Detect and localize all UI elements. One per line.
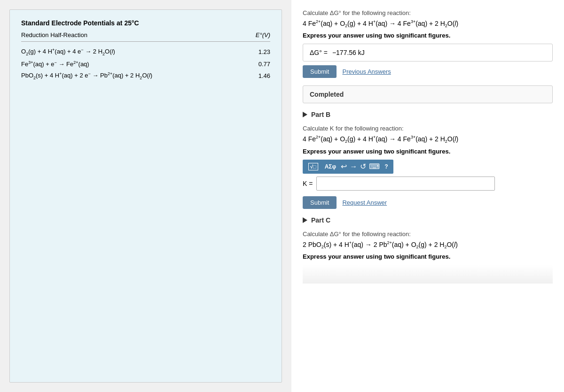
table-row: PbO2(s) + 4 H+(aq) + 2 e− → Pb2+(aq) + 2… xyxy=(21,69,270,82)
part-b-button-row: Submit Request Answer xyxy=(303,196,553,209)
col-e-header: E°(V) xyxy=(256,31,270,38)
part-c-header: Calculate ΔG° for the following reaction… xyxy=(303,231,553,238)
col-reaction-header: Reduction Half-Reaction xyxy=(21,31,87,38)
value-3: 1.46 xyxy=(247,72,270,79)
table-row: O2(g) + 4 H+(aq) + 4 e− → 2 H2O(l) 1.23 xyxy=(21,46,270,58)
k-label: K = xyxy=(303,180,313,187)
collapse-icon[interactable] xyxy=(303,112,307,117)
part-a-reaction: 4 Fe2+(aq) + O2(g) + 4 H+(aq) → 4 Fe3+(a… xyxy=(303,19,553,28)
completed-badge: Completed xyxy=(303,85,553,103)
part-c-label: Part C xyxy=(311,216,330,224)
math-symbols-button[interactable]: ΑΣφ xyxy=(323,162,338,171)
request-answer-button[interactable]: Request Answer xyxy=(342,199,387,206)
delta-g-label: ΔG° = xyxy=(310,49,328,56)
part-c-collapse-icon[interactable] xyxy=(303,217,307,223)
part-b-section: Part B xyxy=(303,111,553,118)
table-title: Standard Electrode Potentials at 25°C xyxy=(21,19,270,27)
part-a-submit-button[interactable]: Submit xyxy=(303,65,337,78)
part-b-label: Part B xyxy=(311,111,330,118)
part-a-instruction: Express your answer using two significan… xyxy=(303,32,553,39)
k-input-row: K = xyxy=(303,177,553,191)
value-2: 0.77 xyxy=(247,61,270,68)
part-a-header: Calculate ΔG° for the following reaction… xyxy=(303,9,553,16)
part-c-instruction: Express your answer using two significan… xyxy=(303,253,553,260)
electrode-potentials-table: Standard Electrode Potentials at 25°C Re… xyxy=(9,9,282,383)
value-1: 1.23 xyxy=(247,48,270,55)
reaction-3: PbO2(s) + 4 H+(aq) + 2 e− → Pb2+(aq) + 2… xyxy=(21,71,247,80)
keyboard-icon[interactable]: ⌨ xyxy=(369,162,380,171)
fraction-button[interactable]: √□ xyxy=(306,162,320,171)
reaction-2: Fe3+(aq) + e− → Fe2+(aq) xyxy=(21,60,247,68)
part-b-header: Calculate K for the following reaction: xyxy=(303,125,553,132)
part-a-button-row: Submit Previous Answers xyxy=(303,65,553,78)
part-b-reaction: 4 Fe2+(aq) + O2(g) + 4 H+(aq) → 4 Fe3+(a… xyxy=(303,135,553,144)
delta-g-value: −177.56 kJ xyxy=(332,49,365,56)
gradient-fade xyxy=(303,265,553,284)
part-b-submit-button[interactable]: Submit xyxy=(303,196,337,209)
table-row: Fe3+(aq) + e− → Fe2+(aq) 0.77 xyxy=(21,58,270,69)
part-c-section: Part C xyxy=(303,216,553,224)
part-a-answer-box: ΔG° = −177.56 kJ xyxy=(303,44,553,61)
arrow-right-icon[interactable]: → xyxy=(350,162,357,171)
math-toolbar: √□ ΑΣφ ↩ → ↺ ⌨ ? xyxy=(303,160,393,174)
k-input-field[interactable] xyxy=(316,177,495,191)
arrow-left-icon[interactable]: ↩ xyxy=(341,162,347,171)
previous-answers-link[interactable]: Previous Answers xyxy=(342,68,391,75)
help-button[interactable]: ? xyxy=(383,162,390,171)
reaction-1: O2(g) + 4 H+(aq) + 4 e− → 2 H2O(l) xyxy=(21,47,247,56)
part-b-instruction: Express your answer using two significan… xyxy=(303,148,553,155)
refresh-icon[interactable]: ↺ xyxy=(360,162,366,171)
part-c-reaction: 2 PbO2(s) + 4 H+(aq) → 2 Pb2+(aq) + O2(g… xyxy=(303,240,553,249)
right-panel: Calculate ΔG° for the following reaction… xyxy=(291,0,564,392)
table-header: Reduction Half-Reaction E°(V) xyxy=(21,31,270,42)
